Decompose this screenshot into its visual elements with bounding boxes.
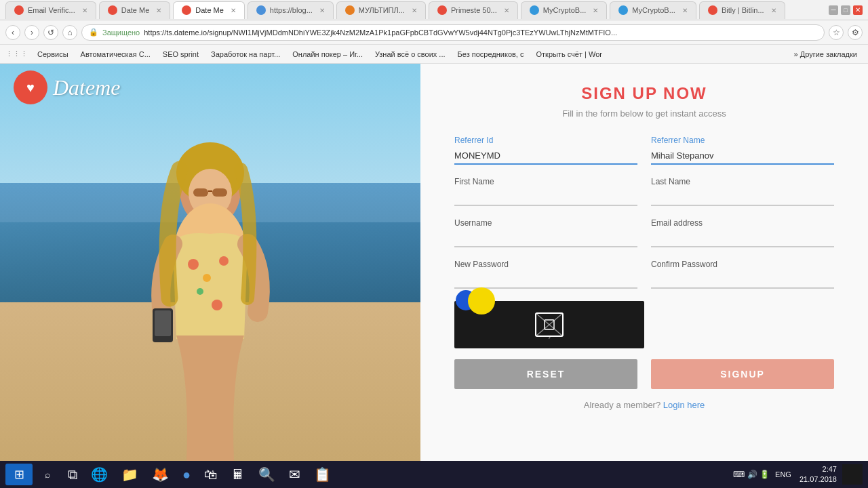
taskbar-files[interactable]: 📋 (309, 464, 336, 485)
svg-point-11 (212, 300, 222, 310)
username-label: Username (454, 218, 637, 228)
signup-button[interactable]: SIGNUP (651, 359, 834, 389)
referrer-name-input[interactable] (651, 148, 834, 165)
taskbar-yandex[interactable]: 🔍 (253, 464, 281, 485)
taskbar-store[interactable]: 🛍 (199, 464, 223, 485)
taskbar-calc[interactable]: 🖩 (226, 464, 250, 485)
tab-primeste[interactable]: Primeste 50... ✕ (429, 1, 518, 19)
tab-close-crypto1[interactable]: ✕ (593, 7, 598, 14)
last-name-label: Last Name (651, 177, 834, 186)
login-here-link[interactable]: Login here (663, 400, 705, 410)
ssl-lock-icon: 🔒 (89, 28, 98, 37)
captcha-box[interactable]: ? (454, 301, 644, 348)
logo-text: Dateme (53, 75, 121, 100)
tab-email[interactable]: Email Verific... ✕ (5, 1, 96, 19)
username-field: Username (454, 218, 637, 247)
maximize-button[interactable]: □ (841, 5, 850, 15)
taskbar-chrome[interactable]: ● (177, 464, 196, 485)
reload-button[interactable]: ↺ (43, 25, 58, 40)
referrer-id-field: Referrer Id (454, 136, 637, 165)
tab-close-blog[interactable]: ✕ (319, 7, 325, 14)
date-display: 21.07.2018 (800, 474, 837, 485)
taskbar-edge[interactable]: 🌐 (85, 464, 113, 485)
confirm-password-label: Confirm Password (651, 260, 834, 269)
tab-blog[interactable]: https://blog... ✕ (248, 1, 334, 19)
tab-close-crypto2[interactable]: ✕ (682, 7, 688, 14)
svg-point-9 (219, 256, 229, 266)
tab-dateme1[interactable]: Date Me ✕ (99, 1, 171, 19)
taskbar-mail[interactable]: ✉ (283, 464, 306, 485)
referrer-id-label: Referrer Id (454, 136, 637, 145)
email-label: Email address (651, 218, 834, 228)
bookmark-servisy[interactable]: Сервисы (32, 47, 74, 62)
bookmark-uznay[interactable]: Узнай всё о своих ... (370, 47, 451, 62)
home-button[interactable]: ⌂ (62, 25, 77, 40)
username-input[interactable] (454, 230, 637, 247)
tab-multi[interactable]: МУЛЬТИПЛ... ✕ (336, 1, 426, 19)
bookmark-star[interactable]: ☆ (829, 25, 844, 40)
confirm-password-input[interactable] (651, 272, 834, 289)
referrer-name-label: Referrer Name (651, 136, 834, 145)
tab-close-primeste[interactable]: ✕ (504, 7, 509, 14)
tab-close-dateme1[interactable]: ✕ (156, 7, 161, 14)
back-button[interactable]: ‹ (5, 25, 20, 40)
apps-button[interactable]: ⋮⋮⋮ (5, 49, 28, 58)
signup-title: SIGN UP NOW (581, 84, 707, 103)
taskbar-explorer[interactable]: 📁 (116, 464, 144, 485)
svg-point-7 (188, 259, 199, 270)
bookmark-bez[interactable]: Без посредников, с (452, 47, 530, 62)
tab-close-dateme2[interactable]: ✕ (231, 7, 236, 14)
first-name-field: First Name (454, 177, 637, 206)
svg-rect-4 (212, 188, 227, 197)
bookmark-zarab[interactable]: Заработок на парт... (205, 47, 285, 62)
new-password-label: New Password (454, 260, 637, 269)
bookmark-auto[interactable]: Автоматическая С... (75, 47, 156, 62)
close-button[interactable]: ✕ (853, 5, 863, 15)
confirm-password-field: Confirm Password (651, 260, 834, 289)
start-button[interactable]: ⊞ (5, 464, 33, 485)
forward-button[interactable]: › (24, 25, 39, 40)
extensions-button[interactable]: ⚙ (848, 25, 863, 40)
tab-close-bitly[interactable]: ✕ (771, 7, 776, 14)
referrer-name-field: Referrer Name (651, 136, 834, 165)
tab-close-multi[interactable]: ✕ (412, 7, 417, 14)
address-bar[interactable]: 🔒 Защищено https://ts.dateme.io/signup/N… (81, 24, 825, 41)
photo-background: ♥ Dateme (0, 64, 420, 461)
show-desktop-button[interactable] (842, 464, 863, 485)
browser-frame: Email Verific... ✕ Date Me ✕ Date Me ✕ h… (0, 0, 868, 488)
tab-bitly[interactable]: Bitly | Bitlin... ✕ (699, 1, 785, 19)
tab-crypto2[interactable]: MyCryptoB... ✕ (610, 1, 696, 19)
secure-label: Защищено (102, 28, 140, 37)
svg-text:?: ? (548, 334, 551, 340)
new-password-input[interactable] (454, 272, 637, 289)
email-input[interactable] (651, 230, 834, 247)
form-grid: Referrer Id Referrer Name First Name Las… (454, 136, 834, 301)
search-button[interactable]: ⌕ (35, 464, 60, 485)
tab-crypto1[interactable]: MyCryptoB... ✕ (521, 1, 608, 19)
first-name-input[interactable] (454, 189, 637, 206)
bookmark-other[interactable]: » Другие закладки (789, 47, 863, 62)
tab-dateme2[interactable]: Date Me ✕ (173, 1, 245, 19)
task-view-button[interactable]: ⧉ (62, 464, 83, 485)
form-section: SIGN UP NOW Fill in the form below to ge… (420, 64, 868, 461)
taskbar-firefox[interactable]: 🦊 (146, 464, 174, 485)
bookmark-open[interactable]: Открыть счёт | Wor (530, 47, 607, 62)
bookmark-poker[interactable]: Онлайн покер – Иг... (287, 47, 368, 62)
minimize-button[interactable]: ─ (829, 5, 838, 15)
buttons-row: RESET SIGNUP (454, 359, 834, 389)
tab-close-email[interactable]: ✕ (82, 7, 87, 14)
referrer-id-input[interactable] (454, 148, 637, 165)
captcha-broken-image-icon: ? (532, 308, 566, 342)
bookmark-seo[interactable]: SEO sprint (157, 47, 204, 62)
page-content: ♥ Dateme (0, 64, 868, 461)
last-name-input[interactable] (651, 189, 834, 206)
reset-button[interactable]: RESET (454, 359, 637, 389)
title-bar: Email Verific... ✕ Date Me ✕ Date Me ✕ h… (0, 0, 868, 20)
tray-lang: ENG (775, 470, 791, 479)
url-text[interactable]: https://ts.dateme.io/signup/NWI1MjVjMDdm… (144, 28, 817, 37)
woman-figure (81, 108, 339, 461)
last-name-field: Last Name (651, 177, 834, 206)
logo-area: ♥ Dateme (14, 70, 121, 104)
svg-rect-3 (193, 188, 208, 197)
first-name-label: First Name (454, 177, 637, 186)
